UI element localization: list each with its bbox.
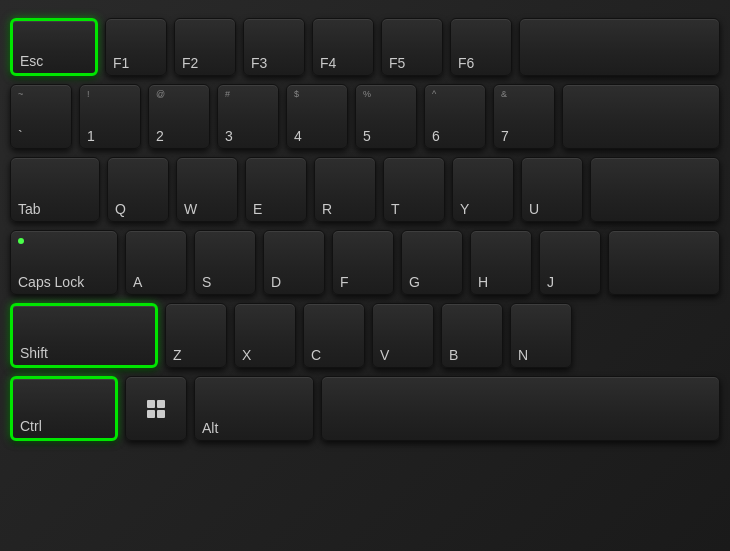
- v-label: V: [380, 348, 389, 362]
- number-key-row: ~ ` ! 1 @ 2 # 3 $ 4 % 5 ^ 6 & 7: [10, 84, 720, 149]
- d-key[interactable]: D: [263, 230, 325, 295]
- k-key-partial[interactable]: [608, 230, 720, 295]
- qwerty-row: Tab Q W E R T Y U: [10, 157, 720, 222]
- y-label: Y: [460, 202, 469, 216]
- j-key[interactable]: J: [539, 230, 601, 295]
- tilde-main: `: [18, 129, 23, 143]
- h-key[interactable]: H: [470, 230, 532, 295]
- q-key[interactable]: Q: [107, 157, 169, 222]
- 5-main: 5: [363, 129, 371, 143]
- win-key[interactable]: [125, 376, 187, 441]
- a-key[interactable]: A: [125, 230, 187, 295]
- windows-icon: [147, 400, 165, 418]
- alt-label: Alt: [202, 421, 218, 435]
- 1-sub: !: [87, 90, 90, 99]
- 2-sub: @: [156, 90, 165, 99]
- w-label: W: [184, 202, 197, 216]
- q-label: Q: [115, 202, 126, 216]
- e-label: E: [253, 202, 262, 216]
- 7-key[interactable]: & 7: [493, 84, 555, 149]
- 7-sub: &: [501, 90, 507, 99]
- space-key-partial[interactable]: [321, 376, 720, 441]
- alt-key[interactable]: Alt: [194, 376, 314, 441]
- capslock-indicator: [18, 238, 24, 244]
- 7-main: 7: [501, 129, 509, 143]
- 1-key[interactable]: ! 1: [79, 84, 141, 149]
- ctrl-label: Ctrl: [20, 419, 42, 433]
- r-label: R: [322, 202, 332, 216]
- f6-key[interactable]: F6: [450, 18, 512, 76]
- u-label: U: [529, 202, 539, 216]
- i-key-partial[interactable]: [590, 157, 720, 222]
- f7-key-partial[interactable]: [519, 18, 720, 76]
- t-key[interactable]: T: [383, 157, 445, 222]
- esc-label: Esc: [20, 54, 43, 68]
- h-label: H: [478, 275, 488, 289]
- c-key[interactable]: C: [303, 303, 365, 368]
- d-label: D: [271, 275, 281, 289]
- tab-label: Tab: [18, 202, 41, 216]
- 5-sub: %: [363, 90, 371, 99]
- e-key[interactable]: E: [245, 157, 307, 222]
- f6-label: F6: [458, 56, 474, 70]
- g-label: G: [409, 275, 420, 289]
- esc-key[interactable]: Esc: [10, 18, 98, 76]
- shift-key[interactable]: Shift: [10, 303, 158, 368]
- f1-label: F1: [113, 56, 129, 70]
- w-key[interactable]: W: [176, 157, 238, 222]
- 3-main: 3: [225, 129, 233, 143]
- f3-label: F3: [251, 56, 267, 70]
- 4-key[interactable]: $ 4: [286, 84, 348, 149]
- t-label: T: [391, 202, 400, 216]
- function-key-row: Esc F1 F2 F3 F4 F5 F6: [10, 18, 720, 76]
- g-key[interactable]: G: [401, 230, 463, 295]
- n-label: N: [518, 348, 528, 362]
- capslock-label: Caps Lock: [18, 275, 84, 289]
- s-label: S: [202, 275, 211, 289]
- keyboard: Esc F1 F2 F3 F4 F5 F6 ~ ` ! 1: [0, 0, 730, 551]
- modifier-row: Ctrl Alt: [10, 376, 720, 441]
- tab-key[interactable]: Tab: [10, 157, 100, 222]
- 4-sub: $: [294, 90, 299, 99]
- 2-main: 2: [156, 129, 164, 143]
- 8-key-partial[interactable]: [562, 84, 720, 149]
- 3-key[interactable]: # 3: [217, 84, 279, 149]
- 6-key[interactable]: ^ 6: [424, 84, 486, 149]
- zxcv-row: Shift Z X C V B N: [10, 303, 720, 368]
- x-key[interactable]: X: [234, 303, 296, 368]
- asdf-row: Caps Lock A S D F G H J: [10, 230, 720, 295]
- x-label: X: [242, 348, 251, 362]
- 6-sub: ^: [432, 90, 436, 99]
- f1-key[interactable]: F1: [105, 18, 167, 76]
- f3-key[interactable]: F3: [243, 18, 305, 76]
- tilde-sub: ~: [18, 90, 23, 99]
- ctrl-key[interactable]: Ctrl: [10, 376, 118, 441]
- f2-key[interactable]: F2: [174, 18, 236, 76]
- 4-main: 4: [294, 129, 302, 143]
- b-label: B: [449, 348, 458, 362]
- c-label: C: [311, 348, 321, 362]
- a-label: A: [133, 275, 142, 289]
- f2-label: F2: [182, 56, 198, 70]
- f4-key[interactable]: F4: [312, 18, 374, 76]
- 6-main: 6: [432, 129, 440, 143]
- v-key[interactable]: V: [372, 303, 434, 368]
- b-key[interactable]: B: [441, 303, 503, 368]
- y-key[interactable]: Y: [452, 157, 514, 222]
- n-key[interactable]: N: [510, 303, 572, 368]
- r-key[interactable]: R: [314, 157, 376, 222]
- 1-main: 1: [87, 129, 95, 143]
- tilde-key[interactable]: ~ `: [10, 84, 72, 149]
- f-key[interactable]: F: [332, 230, 394, 295]
- f5-key[interactable]: F5: [381, 18, 443, 76]
- 2-key[interactable]: @ 2: [148, 84, 210, 149]
- capslock-key[interactable]: Caps Lock: [10, 230, 118, 295]
- f-label: F: [340, 275, 349, 289]
- s-key[interactable]: S: [194, 230, 256, 295]
- 5-key[interactable]: % 5: [355, 84, 417, 149]
- shift-label: Shift: [20, 346, 48, 360]
- f5-label: F5: [389, 56, 405, 70]
- z-key[interactable]: Z: [165, 303, 227, 368]
- u-key[interactable]: U: [521, 157, 583, 222]
- 3-sub: #: [225, 90, 230, 99]
